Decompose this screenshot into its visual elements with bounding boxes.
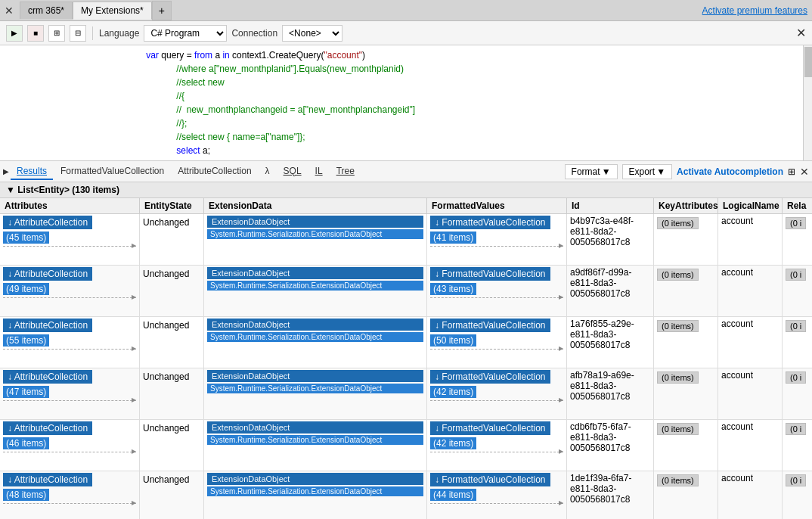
table-row: ↓ AttributeCollection (46 items) ▶ Uncha… xyxy=(0,420,812,471)
attribute-collection-btn-4[interactable]: ↓ AttributeCollection xyxy=(3,421,92,435)
entitystate-value-4: Unchanged xyxy=(143,423,200,434)
table-row: ↓ AttributeCollection (47 items) ▶ Uncha… xyxy=(0,368,812,420)
window-close-icon[interactable]: ✕ xyxy=(5,5,14,17)
attribute-items-5[interactable]: (48 items) xyxy=(3,489,49,501)
activate-autocompletion-link[interactable]: Activate Autocompletion xyxy=(677,166,783,177)
grid-view2-button[interactable]: ⊟ xyxy=(70,25,86,42)
tab-lambda[interactable]: λ xyxy=(259,163,276,180)
tab-sql[interactable]: SQL xyxy=(277,163,308,180)
cell-attributes-0: ↓ AttributeCollection (45 items) ▶ xyxy=(0,214,140,265)
col-header-formattedvalues: FormattedValues xyxy=(427,198,567,213)
code-scrollbar-thumb[interactable] xyxy=(804,47,812,77)
cell-id-0: b4b97c3a-e48f-e811-8da2-0050568017c8 xyxy=(567,214,654,265)
fvc-items-3[interactable]: (42 items) xyxy=(430,386,476,398)
fvc-btn-4[interactable]: ↓ FormattedValueCollection xyxy=(430,421,550,435)
ka-badge-5[interactable]: (0 items) xyxy=(657,474,699,486)
related-badge-5[interactable]: (0 i xyxy=(786,474,806,486)
extensiondata-obj-btn-5[interactable]: ExtensionDataObject xyxy=(207,473,423,485)
export-button[interactable]: Export ▼ xyxy=(622,164,673,179)
language-select[interactable]: C# Program C# Statements VB Program xyxy=(144,25,227,42)
ka-badge-3[interactable]: (0 items) xyxy=(657,371,699,384)
fvc-btn-1[interactable]: ↓ FormattedValueCollection xyxy=(430,267,550,281)
attribute-items-1[interactable]: (49 items) xyxy=(3,283,49,295)
id-value-2: 1a76f855-a29e-e811-8da3-0050568017c8 xyxy=(570,319,650,350)
results-close-button[interactable]: ✕ xyxy=(800,166,809,178)
run-button[interactable]: ▶ xyxy=(6,25,23,42)
attribute-items-0[interactable]: (45 items) xyxy=(3,232,49,244)
attribute-collection-btn-0[interactable]: ↓ AttributeCollection xyxy=(3,216,92,229)
tab-myextensions[interactable]: My Extensions* xyxy=(73,2,152,20)
cell-entitystate-5: Unchanged xyxy=(140,471,204,519)
extensiondata-obj-btn-0[interactable]: ExtensionDataObject xyxy=(207,216,423,228)
fvc-btn-5[interactable]: ↓ FormattedValueCollection xyxy=(430,473,550,486)
editor-close-button[interactable]: ✕ xyxy=(796,26,806,40)
attribute-collection-btn-2[interactable]: ↓ AttributeCollection xyxy=(3,319,92,332)
cell-logicalname-4: account xyxy=(718,420,783,471)
extensiondata-sub-4: System.Runtime.Serialization.ExtensionDa… xyxy=(207,435,423,445)
extensiondata-obj-btn-2[interactable]: ExtensionDataObject xyxy=(207,319,423,331)
ka-badge-1[interactable]: (0 items) xyxy=(657,269,699,281)
cell-formattedvalues-5: ↓ FormattedValueCollection (44 items) ▶ xyxy=(427,471,567,519)
code-editor[interactable]: var query = from a in context1.CreateQue… xyxy=(0,45,812,161)
format-button[interactable]: Format ▼ xyxy=(565,164,618,179)
cell-id-2: 1a76f855-a29e-e811-8da3-0050568017c8 xyxy=(567,317,654,368)
entitystate-value-1: Unchanged xyxy=(143,269,200,279)
code-scrollbar[interactable] xyxy=(803,45,812,160)
fvc-items-2[interactable]: (50 items) xyxy=(430,334,476,347)
tab-formattedvaluecollection[interactable]: FormattedValueCollection xyxy=(54,163,170,180)
premium-features-link[interactable]: Activate premium features xyxy=(702,5,807,16)
cell-formattedvalues-4: ↓ FormattedValueCollection (42 items) ▶ xyxy=(427,420,567,471)
tab-results[interactable]: Results xyxy=(11,163,53,180)
cell-related-1: (0 i xyxy=(783,266,812,316)
fvc-scroll-5: ▶ xyxy=(430,502,563,504)
fvc-btn-3[interactable]: ↓ FormattedValueCollection xyxy=(430,370,550,384)
grid-view1-button[interactable]: ⊞ xyxy=(48,25,65,42)
export-label: Export xyxy=(629,166,655,177)
fvc-items-5[interactable]: (44 items) xyxy=(430,489,476,501)
fvc-items-4[interactable]: (42 items) xyxy=(430,437,476,449)
related-badge-0[interactable]: (0 i xyxy=(786,217,806,229)
related-badge-2[interactable]: (0 i xyxy=(786,320,806,332)
attribute-items-2[interactable]: (55 items) xyxy=(3,334,49,347)
related-badge-3[interactable]: (0 i xyxy=(786,371,806,384)
tab-tree[interactable]: Tree xyxy=(330,163,361,180)
id-value-0: b4b97c3a-e48f-e811-8da2-0050568017c8 xyxy=(570,216,650,247)
related-badge-1[interactable]: (0 i xyxy=(786,269,806,281)
data-container[interactable]: ▼ List<Entity> (130 items) Attributes En… xyxy=(0,182,812,519)
toolbar: ▶ ■ ⊞ ⊟ Language C# Program C# Statement… xyxy=(0,21,812,45)
attribute-collection-btn-1[interactable]: ↓ AttributeCollection xyxy=(3,267,92,281)
cell-id-3: afb78a19-a69e-e811-8da3-0050568017c8 xyxy=(567,368,654,419)
results-grid-icon[interactable]: ⊞ xyxy=(788,166,795,177)
cell-attributes-5: ↓ AttributeCollection (48 items) ▶ xyxy=(0,471,140,519)
tab-new-button[interactable]: + xyxy=(152,1,172,20)
fvc-items-1[interactable]: (43 items) xyxy=(430,283,476,295)
logicalname-value-5: account xyxy=(721,473,779,483)
extensiondata-obj-btn-4[interactable]: ExtensionDataObject xyxy=(207,421,423,434)
attribute-items-3[interactable]: (47 items) xyxy=(3,386,49,398)
extensiondata-obj-btn-3[interactable]: ExtensionDataObject xyxy=(207,370,423,382)
fvc-scroll-0: ▶ xyxy=(430,245,563,247)
ka-badge-0[interactable]: (0 items) xyxy=(657,217,699,229)
ka-badge-4[interactable]: (0 items) xyxy=(657,423,699,435)
tab-crm365[interactable]: crm 365* xyxy=(20,2,73,19)
attribute-collection-btn-5[interactable]: ↓ AttributeCollection xyxy=(3,473,92,486)
cell-attributes-2: ↓ AttributeCollection (55 items) ▶ xyxy=(0,317,140,368)
tab-il[interactable]: IL xyxy=(309,163,329,180)
id-value-3: afb78a19-a69e-e811-8da3-0050568017c8 xyxy=(570,370,650,402)
attribute-collection-btn-3[interactable]: ↓ AttributeCollection xyxy=(3,370,92,384)
connection-select[interactable]: <None> xyxy=(282,25,342,42)
ka-badge-2[interactable]: (0 items) xyxy=(657,320,699,332)
stop-button[interactable]: ■ xyxy=(27,25,44,42)
entitystate-value-2: Unchanged xyxy=(143,320,200,331)
tab-attributecollection[interactable]: AttributeCollection xyxy=(172,163,257,180)
scroll-indicator-4: ▶ xyxy=(3,451,136,452)
extensiondata-obj-btn-1[interactable]: ExtensionDataObject xyxy=(207,267,423,279)
attribute-items-4[interactable]: (46 items) xyxy=(3,437,49,449)
fvc-items-0[interactable]: (41 items) xyxy=(430,232,476,244)
entitystate-value-0: Unchanged xyxy=(143,217,200,228)
results-collapse-icon[interactable]: ▶ xyxy=(3,167,9,176)
cell-attributes-3: ↓ AttributeCollection (47 items) ▶ xyxy=(0,368,140,419)
related-badge-4[interactable]: (0 i xyxy=(786,423,806,435)
fvc-btn-2[interactable]: ↓ FormattedValueCollection xyxy=(430,319,550,332)
fvc-btn-0[interactable]: ↓ FormattedValueCollection xyxy=(430,216,550,229)
